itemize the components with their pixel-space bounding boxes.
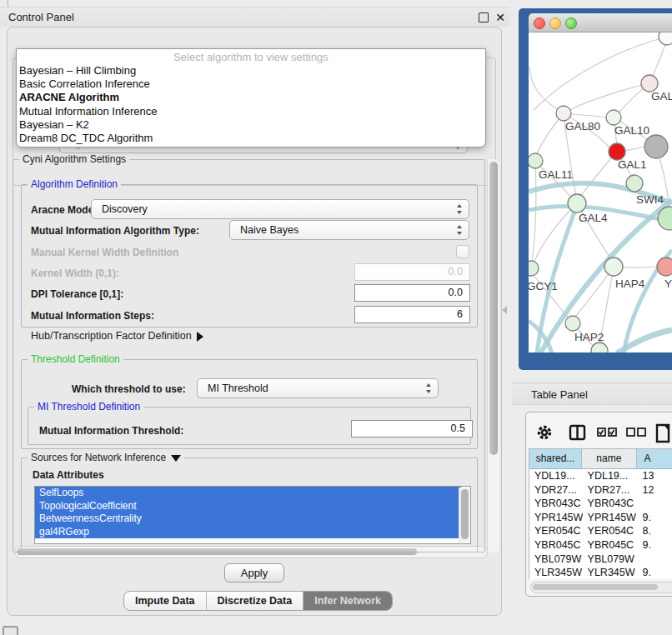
table-panel-title: Table Panel xyxy=(531,388,588,401)
table-row[interactable]: YPR145WYPR145W9. xyxy=(529,511,672,525)
hub-transcription-section[interactable]: Hub/Transcription Factor Definition xyxy=(31,330,203,342)
network-node[interactable] xyxy=(565,316,580,331)
algorithm-option-mutual-information-inference[interactable]: Mutual Information Inference xyxy=(17,105,485,118)
expand-arrow-icon[interactable] xyxy=(197,332,203,342)
settings-vertical-scrollbar[interactable] xyxy=(487,159,499,552)
network-canvas[interactable]: GALGAL80GAL10GAL1GAL11GAL4SWI4GCY1HAP4YH… xyxy=(529,32,672,352)
tab-impute-data[interactable]: Impute Data xyxy=(124,592,207,610)
control-panel: galFiltered.sif default node NetworkStyl… xyxy=(7,27,502,616)
mi-steps-field[interactable]: 6 xyxy=(354,306,470,323)
table-horizontal-scrollbar[interactable] xyxy=(530,582,672,593)
node-table[interactable]: shared...nameA YDL19...YDL19...13YDR27..… xyxy=(529,448,672,579)
algorithm-option-list: Bayesian – Hill ClimbingBasic Correlatio… xyxy=(17,64,485,145)
tab-discretize-data[interactable]: Discretize Data xyxy=(207,592,304,610)
mi-algorithm-type-combo[interactable]: Naive Bayes xyxy=(229,220,469,240)
control-panel-title: Control Panel xyxy=(0,11,74,23)
table-cell: YBR045C xyxy=(529,538,583,552)
table-cell: YBL079W xyxy=(529,552,583,567)
network-node[interactable] xyxy=(591,342,608,352)
table-cell: YPR145W xyxy=(529,511,583,525)
panel-splitter-handle-icon[interactable] xyxy=(502,306,507,314)
table-row[interactable]: YBL079WYBL079W xyxy=(529,552,672,567)
column-header-a[interactable]: A xyxy=(637,449,672,468)
combo-spinner-icon xyxy=(457,225,463,235)
network-node[interactable] xyxy=(556,106,571,121)
close-icon[interactable]: ✕ xyxy=(495,8,505,28)
table-row[interactable]: YER054CYER054C8. xyxy=(529,524,672,538)
table-cell: YBR045C xyxy=(583,538,638,552)
network-edge[interactable] xyxy=(565,83,649,112)
column-header-name[interactable]: name xyxy=(582,449,637,468)
node-label-y: Y xyxy=(664,278,672,290)
collapse-arrow-icon[interactable] xyxy=(171,455,181,462)
table-cell: YER054C xyxy=(529,524,583,538)
node-label-gcy1: GCY1 xyxy=(529,280,558,292)
gear-icon[interactable] xyxy=(539,428,550,438)
algorithm-option-bayesian-k2[interactable]: Bayesian – K2 xyxy=(17,118,485,132)
network-node[interactable] xyxy=(529,261,539,276)
network-node[interactable] xyxy=(568,194,586,212)
manual-kernel-checkbox[interactable] xyxy=(456,245,469,258)
table-row[interactable]: YBR045CYBR045C9. xyxy=(529,538,672,552)
table-cell: YDL19... xyxy=(583,469,638,483)
algorithm-option-bayesian-hill-climbing[interactable]: Bayesian – Hill Climbing xyxy=(17,64,485,78)
algorithm-option-basic-correlation-inference[interactable]: Basic Correlation Inference xyxy=(17,78,485,91)
which-threshold-combo[interactable]: MI Threshold xyxy=(197,378,439,398)
network-edge[interactable] xyxy=(579,152,617,198)
dock-panel-icon[interactable] xyxy=(3,626,18,635)
table-cell xyxy=(638,552,672,567)
scrollbar-thumb[interactable] xyxy=(533,584,658,590)
attribute-item-selfloops[interactable]: SelfLoops xyxy=(35,487,461,500)
split-columns-icon[interactable] xyxy=(570,426,584,439)
aracne-mode-combo[interactable]: Discovery xyxy=(91,199,469,219)
tab-label: Discretize Data xyxy=(218,595,293,607)
algorithm-option-dream8-dc-tdc-algorithm[interactable]: Dream8 DC_TDC Algorithm xyxy=(17,132,485,145)
mi-threshold-label: Mutual Information Threshold: xyxy=(39,425,183,437)
window-edge-line xyxy=(8,0,8,7)
network-node[interactable] xyxy=(529,153,543,168)
file-icon[interactable] xyxy=(657,425,669,442)
network-node[interactable] xyxy=(644,135,668,158)
column-header-shared[interactable]: shared... xyxy=(529,449,582,468)
table-cell: 12 xyxy=(638,483,672,498)
network-node[interactable] xyxy=(609,143,625,160)
network-graph[interactable]: GALGAL80GAL10GAL1GAL11GAL4SWI4GCY1HAP4YH… xyxy=(529,32,672,352)
network-node[interactable] xyxy=(604,258,623,276)
node-label-hap4: HAP4 xyxy=(615,278,645,290)
network-node[interactable] xyxy=(641,75,658,92)
scrollbar-thumb[interactable] xyxy=(489,162,498,455)
dpi-tolerance-field[interactable]: 0.0 xyxy=(354,284,470,302)
data-attributes-list[interactable]: SelfLoopsTopologicalCoefficientBetweenne… xyxy=(34,486,471,544)
table-row[interactable]: YBR043CYBR043C xyxy=(529,497,672,511)
bottom-tabs: Impute DataDiscretize DataInfer Network xyxy=(123,591,393,611)
group-title: Cyni Algorithm Settings xyxy=(19,153,129,165)
network-edge[interactable] xyxy=(533,203,577,265)
apply-button[interactable]: Apply xyxy=(224,563,284,582)
algorithm-option-aracne-algorithm[interactable]: ARACNE Algorithm xyxy=(17,91,485,104)
window-zoom-icon[interactable] xyxy=(565,18,577,29)
checked-checkboxes-icon[interactable] xyxy=(598,428,616,436)
scrollbar-thumb[interactable] xyxy=(461,489,469,539)
float-window-icon[interactable] xyxy=(479,12,489,22)
unchecked-checkboxes-icon[interactable] xyxy=(627,428,645,436)
network-node[interactable] xyxy=(606,110,621,125)
window-close-icon[interactable] xyxy=(534,18,545,29)
attribute-item-topologicalcoefficient[interactable]: TopologicalCoefficient xyxy=(35,500,461,513)
network-node[interactable] xyxy=(659,32,672,45)
table-row[interactable]: YDL19...YDL19...13 xyxy=(529,469,672,483)
window-minimize-icon[interactable] xyxy=(549,18,561,29)
network-edge[interactable] xyxy=(529,67,564,113)
tab-infer-network[interactable]: Infer Network xyxy=(303,592,392,610)
attribute-item-betweennesscentrality[interactable]: BetweennessCentrality xyxy=(35,512,461,526)
table-row[interactable]: YLR345WYLR345W9. xyxy=(529,566,672,579)
network-node[interactable] xyxy=(657,258,672,276)
network-edge[interactable] xyxy=(534,37,667,110)
attribute-item-gal4rgexp[interactable]: gal4RGexp xyxy=(35,526,461,539)
table-cell: YDR27... xyxy=(583,483,638,498)
network-edge[interactable] xyxy=(532,161,536,262)
kernel-width-field[interactable]: 0.0 xyxy=(354,263,470,281)
mi-threshold-field[interactable]: 0.5 xyxy=(351,420,473,438)
list-vertical-scrollbar[interactable] xyxy=(459,488,469,542)
network-node[interactable] xyxy=(626,175,643,192)
table-row[interactable]: YDR27...YDR27...12 xyxy=(529,483,672,498)
